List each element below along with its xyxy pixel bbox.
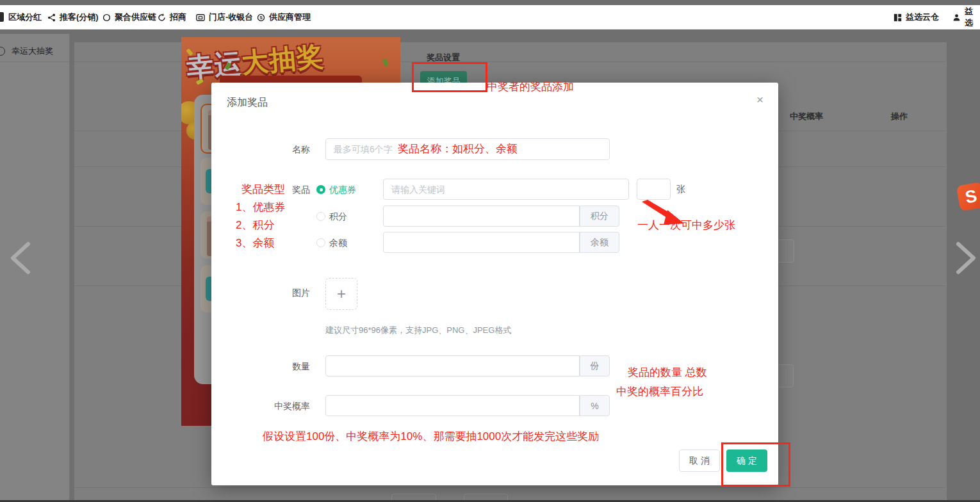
- annotation-probability-note: 中奖的概率百分比: [616, 384, 703, 399]
- sidebar-item-label: 幸运大抽奖: [12, 45, 53, 57]
- nav-item-supplier-mgmt[interactable]: S 供应商管理: [257, 5, 311, 29]
- supplier-icon: S: [257, 13, 265, 22]
- carousel-right-arrow[interactable]: [952, 240, 980, 276]
- cash-register-icon: [196, 13, 205, 22]
- points-suffix: 积分: [580, 206, 619, 227]
- nav-item-region-dividend[interactable]: 区域分红: [8, 5, 42, 29]
- recycle-icon: [158, 13, 166, 22]
- image-upload-button[interactable]: +: [325, 278, 357, 310]
- user-label: 益选: [965, 6, 980, 29]
- quantity-input[interactable]: [325, 355, 580, 376]
- radio-balance[interactable]: [316, 238, 325, 247]
- annotation-bottom-note: 假设设置100份、中奖概率为10%、那需要抽1000次才能发完这些奖励: [263, 429, 599, 444]
- annotation-box-add-button: [412, 62, 487, 92]
- nav-item-label: 区域分红: [8, 12, 42, 23]
- circle-icon: [102, 13, 111, 22]
- nav-item-investment[interactable]: 招商: [158, 5, 186, 29]
- annotation-quantity-note: 奖品的数量 总数: [628, 365, 707, 380]
- nav-item-label: 招商: [170, 12, 186, 23]
- column-header-action: 操作: [891, 111, 908, 122]
- top-strip: [0, 0, 980, 5]
- coupon-keyword-input[interactable]: [383, 179, 629, 200]
- workspace-switcher[interactable]: 益选云仓: [894, 5, 939, 29]
- balance-input[interactable]: [383, 232, 580, 253]
- coupon-unit: 张: [676, 184, 685, 195]
- annotation-type-line1: 1、优惠券: [236, 200, 285, 215]
- screenshot-tool-icon[interactable]: S: [956, 182, 980, 211]
- quantity-label: 数量: [250, 361, 310, 373]
- radio-points-label: 积分: [329, 211, 347, 223]
- annotation-count-note: 一人一次可中多少张: [637, 218, 735, 232]
- annotation-type-title: 奖品类型: [241, 182, 285, 197]
- nav-item-supply-chain[interactable]: 聚合供应链: [102, 5, 156, 29]
- nav-item-promoter[interactable]: 推客(分销): [47, 5, 99, 29]
- sidebar-item-lucky-draw[interactable]: 幸运大抽奖: [0, 40, 69, 62]
- poster-title-gold: 大抽奖: [240, 41, 325, 78]
- plus-icon: +: [337, 285, 346, 303]
- clipped-nav-icon: [0, 12, 4, 22]
- annotation-add-note: 中奖者的奖品添加: [487, 79, 574, 94]
- top-navbar: 区域分红 推客(分销) 聚合供应链 招商 门店-收银台 S 供应商管理 益选云仓…: [0, 5, 980, 30]
- coupon-count-input[interactable]: [637, 179, 671, 200]
- nav-item-store-cashier[interactable]: 门店-收银台: [196, 5, 253, 29]
- annotation-box-confirm: [721, 442, 790, 487]
- divider: [74, 487, 945, 488]
- probability-input[interactable]: [325, 395, 580, 416]
- dialog-title: 添加奖品: [227, 96, 268, 109]
- image-hint: 建议尺寸96*96像素，支持JPG、PNG、JPEG格式: [325, 325, 511, 336]
- cancel-label: 取 消: [689, 455, 710, 467]
- radio-coupon-label: 优惠券: [329, 184, 356, 196]
- workspace-label: 益选云仓: [906, 12, 939, 23]
- image-label: 图片: [250, 287, 310, 299]
- grid-icon: [894, 13, 902, 22]
- lottery-icon: [0, 47, 5, 56]
- nav-item-label: 门店-收银台: [209, 12, 253, 23]
- cancel-button[interactable]: 取 消: [679, 449, 720, 472]
- column-header-probability: 中奖概率: [790, 111, 823, 122]
- close-icon[interactable]: ×: [756, 93, 764, 106]
- probability-label: 中奖概率: [250, 401, 310, 412]
- svg-text:S: S: [259, 15, 263, 19]
- user-icon: [952, 13, 961, 22]
- user-menu[interactable]: 益选: [952, 5, 980, 29]
- radio-balance-label: 余额: [329, 238, 347, 249]
- name-label: 名称: [250, 144, 310, 156]
- quantity-suffix: 份: [580, 355, 610, 376]
- nav-item-label: 推客(分销): [60, 12, 99, 23]
- annotation-type-line3: 3、余额: [236, 236, 274, 250]
- balance-suffix: 余额: [580, 232, 619, 253]
- points-input[interactable]: [383, 206, 580, 227]
- nav-item-label: 聚合供应链: [115, 12, 156, 23]
- share-icon: [47, 13, 56, 22]
- nav-item-label: 供应商管理: [269, 12, 311, 23]
- radio-points[interactable]: [316, 212, 325, 221]
- annotation-name-note: 奖品名称：如积分、余额: [398, 142, 518, 156]
- annotation-type-line2: 2、积分: [236, 218, 274, 232]
- carousel-left-arrow[interactable]: [6, 240, 35, 276]
- probability-suffix: %: [580, 395, 610, 416]
- radio-coupon[interactable]: [316, 185, 325, 194]
